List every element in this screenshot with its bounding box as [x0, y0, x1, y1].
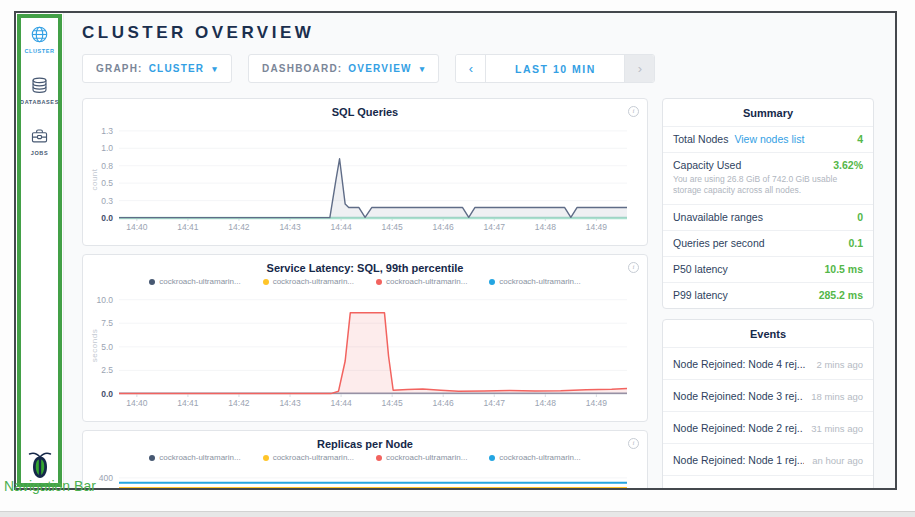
- chart-title: Replicas per Node: [83, 431, 647, 450]
- event-label: Node Rejoined: Node 4 rej...: [673, 358, 809, 370]
- legend-item: cockroach-ultramarin...: [149, 453, 240, 462]
- svg-text:14:42: 14:42: [228, 222, 250, 232]
- summary-value: 0: [857, 211, 863, 223]
- page: CLUSTER DATABASES JOBS: [0, 0, 915, 517]
- svg-text:14:42: 14:42: [228, 398, 250, 408]
- svg-text:1.0: 1.0: [101, 143, 113, 153]
- svg-text:0.0: 0.0: [101, 389, 113, 399]
- info-icon[interactable]: i: [628, 262, 639, 273]
- legend-dot-icon: [376, 455, 382, 461]
- summary-label: Total Nodes: [673, 133, 728, 145]
- service-latency-chart: 10.07.55.02.50.014:4014:4114:4214:4314:4…: [83, 288, 635, 410]
- graph-dropdown-label: GRAPH:: [96, 63, 143, 74]
- svg-text:14:40: 14:40: [126, 222, 148, 232]
- dashboard-body: SQL Queries i count 1.31.00.80.50.30.014…: [82, 98, 887, 488]
- legend-label: cockroach-ultramarin...: [499, 277, 580, 286]
- sidebar-item-databases[interactable]: DATABASES: [20, 76, 59, 105]
- info-icon[interactable]: i: [628, 106, 639, 117]
- charts-column: SQL Queries i count 1.31.00.80.50.30.014…: [82, 98, 648, 488]
- summary-row-unavailable-ranges: Unavailable ranges 0: [663, 205, 873, 231]
- navigation-bar-annotation: Navigation Bar: [4, 478, 96, 494]
- event-label: Node Rejoined: Node 3 rej...: [673, 390, 803, 402]
- summary-label: Capacity Used: [673, 159, 741, 171]
- summary-row-p50: P50 latency 10.5 ms: [663, 257, 873, 283]
- chart-title: Service Latency: SQL, 99th percentile: [83, 255, 647, 274]
- svg-text:400: 400: [99, 473, 113, 483]
- page-title: CLUSTER OVERVIEW: [82, 23, 887, 43]
- event-time: an hour ago: [812, 455, 863, 466]
- svg-text:7.5: 7.5: [101, 318, 113, 328]
- event-row: Node Rejoined: Node 2 rej... 31 mins ago: [663, 412, 873, 444]
- legend-label: cockroach-ultramarin...: [159, 453, 240, 462]
- legend-item: cockroach-ultramarin...: [149, 277, 240, 286]
- summary-label: Queries per second: [673, 237, 765, 249]
- graph-dropdown[interactable]: GRAPH: CLUSTER ▾: [82, 54, 232, 83]
- sidebar-item-jobs[interactable]: JOBS: [30, 127, 49, 156]
- legend-label: cockroach-ultramarin...: [386, 277, 467, 286]
- svg-text:14:46: 14:46: [433, 398, 455, 408]
- time-range-selector: ‹ LAST 10 MIN ›: [455, 54, 655, 83]
- time-range-next-button[interactable]: ›: [624, 55, 654, 82]
- info-icon[interactable]: i: [628, 438, 639, 449]
- svg-text:2.5: 2.5: [101, 365, 113, 375]
- event-row: Node Rejoined: Node 1 rej... an hour ago: [663, 444, 873, 476]
- dashboard-dropdown[interactable]: DASHBOARD: OVERVIEW ▾: [248, 54, 439, 83]
- time-range-value[interactable]: LAST 10 MIN: [486, 55, 624, 82]
- legend-item: cockroach-ultramarin...: [489, 277, 580, 286]
- cockroachdb-logo: [27, 448, 53, 480]
- summary-value: 0.1: [848, 237, 863, 249]
- y-axis-label: seconds: [90, 326, 99, 366]
- sidebar-item-label: DATABASES: [20, 99, 59, 105]
- legend-dot-icon: [489, 455, 495, 461]
- chevron-down-icon: ▾: [212, 64, 218, 74]
- event-label: Node Rejoined: Node 2 rej...: [673, 422, 803, 434]
- svg-text:14:45: 14:45: [382, 398, 404, 408]
- legend-label: cockroach-ultramarin...: [159, 277, 240, 286]
- svg-text:14:47: 14:47: [484, 222, 506, 232]
- globe-icon: [30, 25, 49, 44]
- legend-label: cockroach-ultramarin...: [386, 453, 467, 462]
- svg-text:5.0: 5.0: [101, 342, 113, 352]
- svg-text:0.8: 0.8: [101, 161, 113, 171]
- svg-text:14:48: 14:48: [535, 222, 557, 232]
- legend-dot-icon: [149, 455, 155, 461]
- svg-text:14:49: 14:49: [586, 222, 608, 232]
- admin-ui-window: CLUSTER DATABASES JOBS: [14, 11, 897, 490]
- dashboard-dropdown-label: DASHBOARD:: [262, 63, 342, 74]
- svg-text:0.3: 0.3: [101, 196, 113, 206]
- chevron-right-icon: ›: [638, 61, 642, 76]
- event-label: Node Rejoined: Node 4 rej...: [673, 486, 804, 488]
- view-nodes-list-link[interactable]: View nodes list: [734, 133, 804, 145]
- sidebar-item-cluster[interactable]: CLUSTER: [24, 25, 54, 54]
- legend-dot-icon: [376, 279, 382, 285]
- sql-queries-chart-panel: SQL Queries i count 1.31.00.80.50.30.014…: [82, 98, 648, 246]
- legend-item: cockroach-ultramarin...: [376, 453, 467, 462]
- event-time: an hour ago: [812, 487, 863, 488]
- y-axis-label: count: [90, 159, 99, 199]
- svg-text:14:43: 14:43: [279, 398, 301, 408]
- main-content: CLUSTER OVERVIEW GRAPH: CLUSTER ▾ DASHBO…: [64, 13, 895, 488]
- svg-text:0.0: 0.0: [101, 213, 113, 223]
- time-range-prev-button[interactable]: ‹: [456, 55, 486, 82]
- capacity-subtext: You are using 26.8 GiB of 742.0 GiB usab…: [673, 174, 863, 197]
- chart-legend: cockroach-ultramarin... cockroach-ultram…: [83, 453, 647, 462]
- event-row: Node Rejoined: Node 4 rej... an hour ago: [663, 476, 873, 488]
- svg-text:10.0: 10.0: [96, 295, 113, 305]
- svg-text:14:41: 14:41: [177, 222, 199, 232]
- sql-queries-chart: 1.31.00.80.50.30.014:4014:4114:4214:4314…: [83, 120, 635, 234]
- controls-bar: GRAPH: CLUSTER ▾ DASHBOARD: OVERVIEW ▾ ‹…: [82, 54, 887, 83]
- event-row: Node Rejoined: Node 4 rej... 2 mins ago: [663, 348, 873, 380]
- cockroach-icon: [27, 448, 53, 480]
- summary-label: Unavailable ranges: [673, 211, 763, 223]
- graph-dropdown-value: CLUSTER: [149, 63, 205, 74]
- summary-row-p99: P99 latency 285.2 ms: [663, 283, 873, 308]
- legend-dot-icon: [149, 279, 155, 285]
- legend-item: cockroach-ultramarin...: [263, 453, 354, 462]
- database-icon: [30, 76, 49, 95]
- event-time: 31 mins ago: [811, 423, 863, 434]
- chevron-left-icon: ‹: [469, 61, 473, 76]
- briefcase-icon: [30, 127, 49, 146]
- chart-title: SQL Queries: [83, 99, 647, 118]
- svg-text:1.3: 1.3: [101, 126, 113, 136]
- svg-text:14:44: 14:44: [330, 222, 352, 232]
